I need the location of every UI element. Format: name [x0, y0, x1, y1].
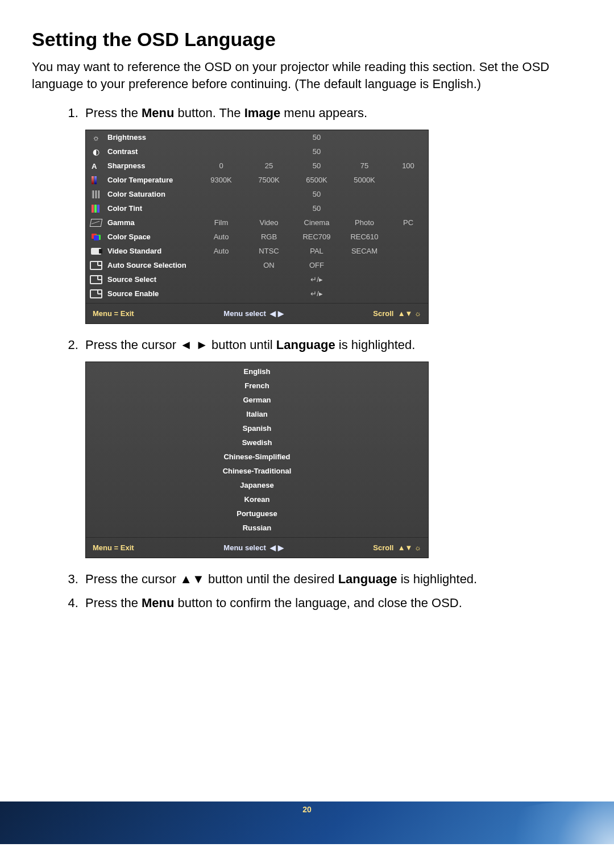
step-2: Press the cursor ◄ ► button until Langua… [82, 338, 582, 558]
intro-paragraph: You may want to reference the OSD on you… [32, 59, 582, 92]
osd-value: Auto [197, 247, 245, 255]
contrast-icon: ◐ [86, 147, 106, 156]
osd-language-option: German [86, 393, 428, 407]
osd-footer: Menu = Exit Menu select ◀ ▶ Scroll ▲▼ ☼ [86, 304, 428, 323]
osd-row: Color Tint50 [86, 201, 428, 215]
osd-value: 50 [293, 161, 341, 170]
osd-language-option: Italian [86, 407, 428, 421]
step-1: Press the Menu button. The Image menu ap… [82, 106, 582, 324]
osd-row: Source Enable↵/▸ [86, 286, 428, 301]
page-title: Setting the OSD Language [32, 28, 582, 51]
osd-value: Film [197, 218, 245, 227]
osd-footer-select: Menu select ◀ ▶ [223, 543, 283, 552]
osd-value: Video [245, 218, 293, 227]
osd-row: Source Select↵/▸ [86, 272, 428, 286]
osd-row: ☼Brightness50 [86, 130, 428, 144]
osd-value: PAL [293, 247, 341, 255]
osd-language-option: Chinese-Traditional [86, 464, 428, 478]
color-saturation-icon [86, 190, 106, 198]
nav-ud-icon: ▲▼ [398, 543, 413, 552]
source-enable-icon [86, 289, 106, 298]
osd-footer-scroll: Scroll ▲▼ ☼ [373, 309, 421, 318]
osd-footer-scroll: Scroll ▲▼ ☼ [373, 543, 421, 552]
osd-row-label: Source Enable [106, 289, 197, 298]
osd-value: OFF [293, 261, 341, 269]
osd-row-label: Color Space [106, 232, 197, 241]
osd-value: REC709 [293, 232, 341, 241]
sharpness-icon [86, 162, 106, 170]
osd-value: 25 [245, 161, 293, 170]
color-tint-icon [86, 205, 106, 213]
osd-value: Photo [341, 218, 388, 227]
osd-row-label: Gamma [106, 218, 197, 227]
osd-value: Cinema [293, 218, 341, 227]
osd-row-label: Video Standard [106, 247, 197, 255]
osd-value: 50 [293, 133, 341, 142]
osd-language-option: Chinese-Simplified [86, 450, 428, 464]
osd-value: 7500K [245, 176, 293, 184]
osd-value: 50 [293, 190, 341, 198]
osd-value: 50 [293, 147, 341, 156]
osd-language-option: Spanish [86, 421, 428, 435]
osd-language-option: French [86, 379, 428, 393]
osd-image-menu: ☼Brightness50◐Contrast50Sharpness0255075… [85, 130, 429, 324]
osd-row-label: Sharpness [106, 161, 197, 170]
auto-source-icon [86, 261, 106, 270]
osd-row-label: Source Select [106, 275, 197, 284]
osd-row: Video StandardAutoNTSCPALSECAM [86, 244, 428, 258]
osd-value: 75 [341, 161, 388, 170]
osd-value: RGB [245, 232, 293, 241]
osd-footer-exit: Menu = Exit [93, 309, 134, 318]
osd-row-label: Color Saturation [106, 190, 197, 198]
osd-language-option: Portuguese [86, 506, 428, 521]
osd-footer-select: Menu select ◀ ▶ [223, 309, 283, 318]
osd-value: ↵/▸ [293, 275, 341, 284]
osd-value: 0 [197, 161, 245, 170]
osd-row: Auto Source SelectionONOFF [86, 258, 428, 272]
osd-value: 50 [293, 204, 341, 213]
step-4: Press the Menu button to confirm the lan… [82, 596, 582, 610]
osd-row: GammaFilmVideoCinemaPhotoPC [86, 215, 428, 230]
page-footer: 20 [0, 801, 614, 844]
osd-value: ON [245, 261, 293, 269]
osd-value: Auto [197, 232, 245, 241]
osd-row-label: Color Tint [106, 204, 197, 213]
osd-value: 5000K [341, 176, 388, 184]
osd-value: NTSC [245, 247, 293, 255]
osd-row-label: Contrast [106, 147, 197, 156]
osd-value: REC610 [341, 232, 388, 241]
video-standard-icon [86, 248, 106, 255]
osd-value: ↵/▸ [293, 289, 341, 298]
osd-value: SECAM [341, 247, 388, 255]
osd-language-option: Russian [86, 521, 428, 535]
osd-row-label: Brightness [106, 133, 197, 142]
osd-value: 100 [388, 161, 428, 170]
osd-value: PC [388, 218, 428, 227]
steps-list: Press the Menu button. The Image menu ap… [32, 106, 582, 610]
osd-language-menu: EnglishFrenchGermanItalianSpanishSwedish… [85, 362, 429, 558]
osd-row: Color SpaceAutoRGBREC709REC610 [86, 230, 428, 244]
osd-language-option: English [86, 364, 428, 379]
nav-ud-icon: ▲▼ [398, 309, 413, 318]
nav-lr-icon: ◀ ▶ [270, 543, 284, 552]
osd-value: 9300K [197, 176, 245, 184]
osd-row: Color Saturation50 [86, 187, 428, 201]
color-space-icon [86, 234, 106, 240]
osd-language-option: Swedish [86, 435, 428, 450]
osd-footer: Menu = Exit Menu select ◀ ▶ Scroll ▲▼ ☼ [86, 538, 428, 558]
osd-row: Color Temperature9300K7500K6500K5000K [86, 173, 428, 187]
brightness-icon: ☼ [414, 309, 421, 318]
osd-row-label: Color Temperature [106, 176, 197, 184]
osd-footer-exit: Menu = Exit [93, 543, 134, 552]
osd-language-option: Korean [86, 492, 428, 506]
osd-row: Sharpness0255075100 [86, 159, 428, 173]
brightness-icon: ☼ [86, 133, 106, 142]
osd-row-label: Auto Source Selection [106, 261, 197, 269]
source-select-icon [86, 275, 106, 284]
nav-lr-icon: ◀ ▶ [270, 309, 284, 318]
gamma-icon [86, 219, 106, 227]
color-temperature-icon [86, 176, 106, 184]
osd-language-option: Japanese [86, 478, 428, 492]
osd-value: 6500K [293, 176, 341, 184]
step-3: Press the cursor ▲▼ button until the des… [82, 572, 582, 587]
